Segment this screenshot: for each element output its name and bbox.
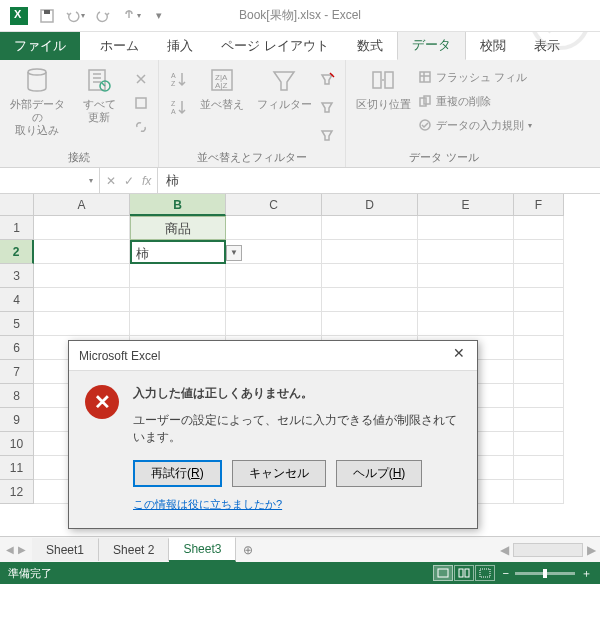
col-header-e[interactable]: E bbox=[418, 194, 514, 216]
view-pagelayout-button[interactable] bbox=[454, 565, 474, 581]
sort-asc-button[interactable]: AZ bbox=[167, 68, 189, 90]
cell[interactable] bbox=[322, 216, 418, 240]
sheet-nav-prev[interactable]: ◀ bbox=[6, 544, 14, 555]
row-header-11[interactable]: 11 bbox=[0, 456, 34, 480]
cell[interactable] bbox=[226, 312, 322, 336]
cell[interactable] bbox=[34, 264, 130, 288]
col-header-b[interactable]: B bbox=[130, 194, 226, 216]
cell-b1[interactable]: 商品 bbox=[130, 216, 226, 240]
cell[interactable] bbox=[34, 312, 130, 336]
cell[interactable] bbox=[322, 288, 418, 312]
cell[interactable] bbox=[514, 264, 564, 288]
dropdown-arrow-icon[interactable]: ▼ bbox=[226, 245, 242, 261]
properties-button[interactable] bbox=[132, 92, 150, 114]
row-header-4[interactable]: 4 bbox=[0, 288, 34, 312]
clear-filter-button[interactable] bbox=[317, 68, 337, 90]
cell-b2[interactable]: 柿▼ bbox=[130, 240, 226, 264]
cell[interactable] bbox=[514, 216, 564, 240]
row-header-10[interactable]: 10 bbox=[0, 432, 34, 456]
cell[interactable] bbox=[514, 432, 564, 456]
sheet-tab-1[interactable]: Sheet1 bbox=[32, 538, 99, 561]
external-data-button[interactable]: 外部データの 取り込み bbox=[8, 64, 66, 138]
tab-home[interactable]: ホーム bbox=[86, 32, 153, 60]
cell[interactable] bbox=[418, 288, 514, 312]
edit-links-button[interactable] bbox=[132, 116, 150, 138]
view-normal-button[interactable] bbox=[433, 565, 453, 581]
tab-formulas[interactable]: 数式 bbox=[343, 32, 397, 60]
zoom-out-button[interactable]: − bbox=[503, 567, 509, 579]
remove-duplicates-button[interactable]: 重複の削除 bbox=[416, 90, 534, 112]
row-header-3[interactable]: 3 bbox=[0, 264, 34, 288]
cell[interactable] bbox=[34, 288, 130, 312]
tab-insert[interactable]: 挿入 bbox=[153, 32, 207, 60]
advanced-button[interactable] bbox=[317, 124, 337, 146]
row-header-5[interactable]: 5 bbox=[0, 312, 34, 336]
cell[interactable] bbox=[418, 312, 514, 336]
undo-button[interactable]: ▾ bbox=[62, 4, 88, 28]
redo-button[interactable] bbox=[90, 4, 116, 28]
hscroll-left[interactable]: ◀ bbox=[500, 543, 509, 557]
col-header-f[interactable]: F bbox=[514, 194, 564, 216]
cancel-button[interactable]: キャンセル bbox=[232, 460, 326, 487]
view-pagebreak-button[interactable] bbox=[475, 565, 495, 581]
cell[interactable] bbox=[514, 312, 564, 336]
cell[interactable] bbox=[34, 216, 130, 240]
sort-button[interactable]: Z|AA|Z 並べ替え bbox=[193, 64, 251, 111]
row-header-2[interactable]: 2 bbox=[0, 240, 34, 264]
cancel-formula-icon[interactable]: ✕ bbox=[106, 174, 116, 188]
help-button[interactable]: ヘルプ(H) bbox=[336, 460, 423, 487]
hscroll-right[interactable]: ▶ bbox=[587, 543, 596, 557]
tab-review[interactable]: 校閲 bbox=[466, 32, 520, 60]
retry-button[interactable]: 再試行(R) bbox=[133, 460, 222, 487]
flash-fill-button[interactable]: フラッシュ フィル bbox=[416, 66, 534, 88]
row-header-6[interactable]: 6 bbox=[0, 336, 34, 360]
zoom-slider[interactable] bbox=[515, 572, 575, 575]
close-button[interactable]: ✕ bbox=[445, 345, 473, 367]
cell[interactable] bbox=[514, 360, 564, 384]
cell[interactable] bbox=[226, 264, 322, 288]
row-header-1[interactable]: 1 bbox=[0, 216, 34, 240]
cell[interactable] bbox=[418, 240, 514, 264]
filter-button[interactable]: フィルター bbox=[255, 64, 313, 111]
cell[interactable] bbox=[514, 480, 564, 504]
cell[interactable] bbox=[514, 288, 564, 312]
zoom-in-button[interactable]: ＋ bbox=[581, 566, 592, 581]
col-header-a[interactable]: A bbox=[34, 194, 130, 216]
cell[interactable] bbox=[514, 336, 564, 360]
tab-data[interactable]: データ bbox=[397, 30, 466, 60]
cell[interactable] bbox=[130, 312, 226, 336]
sheet-nav-next[interactable]: ▶ bbox=[18, 544, 26, 555]
tab-file[interactable]: ファイル bbox=[0, 32, 80, 60]
reapply-button[interactable] bbox=[317, 96, 337, 118]
cell[interactable] bbox=[514, 384, 564, 408]
cell[interactable] bbox=[130, 264, 226, 288]
cell[interactable] bbox=[418, 216, 514, 240]
cell[interactable] bbox=[322, 240, 418, 264]
row-header-12[interactable]: 12 bbox=[0, 480, 34, 504]
name-box[interactable]: ▾ bbox=[0, 168, 100, 193]
cell[interactable] bbox=[514, 240, 564, 264]
cell[interactable] bbox=[514, 408, 564, 432]
hscroll-track[interactable] bbox=[513, 543, 583, 557]
data-validation-button[interactable]: データの入力規則▾ bbox=[416, 114, 534, 136]
connections-button[interactable] bbox=[132, 68, 150, 90]
cell[interactable] bbox=[130, 288, 226, 312]
sheet-tab-3[interactable]: Sheet3 bbox=[169, 537, 236, 562]
row-header-8[interactable]: 8 bbox=[0, 384, 34, 408]
tab-view[interactable]: 表示 bbox=[520, 32, 574, 60]
row-header-9[interactable]: 9 bbox=[0, 408, 34, 432]
save-button[interactable] bbox=[34, 4, 60, 28]
col-header-d[interactable]: D bbox=[322, 194, 418, 216]
sheet-tab-2[interactable]: Sheet 2 bbox=[99, 538, 169, 561]
add-sheet-button[interactable]: ⊕ bbox=[236, 543, 260, 557]
row-header-7[interactable]: 7 bbox=[0, 360, 34, 384]
touch-mode-button[interactable]: ▾ bbox=[118, 4, 144, 28]
enter-formula-icon[interactable]: ✓ bbox=[124, 174, 134, 188]
formula-input[interactable]: 柿 bbox=[158, 172, 600, 190]
tab-page-layout[interactable]: ページ レイアウト bbox=[207, 32, 343, 60]
cell[interactable] bbox=[34, 240, 130, 264]
select-all-corner[interactable] bbox=[0, 194, 34, 216]
sort-desc-button[interactable]: ZA bbox=[167, 96, 189, 118]
col-header-c[interactable]: C bbox=[226, 194, 322, 216]
feedback-link[interactable]: この情報は役に立ちましたか? bbox=[133, 497, 461, 512]
